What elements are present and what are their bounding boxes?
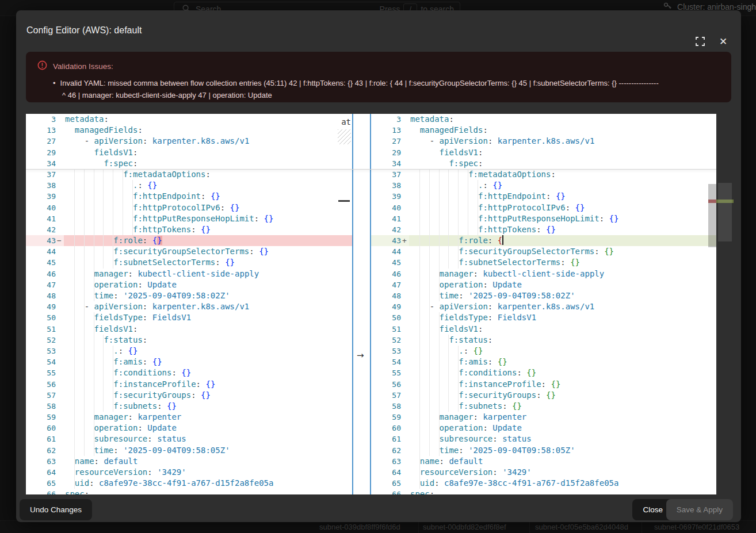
modal-scrollbar-thumb[interactable] xyxy=(718,183,732,241)
sticky-context-line[interactable]: 3metadata: xyxy=(371,114,716,125)
code-line[interactable]: 37f:metadataOptions: xyxy=(371,169,716,180)
code-line[interactable]: 51fieldsV1: xyxy=(26,324,352,335)
line-number: 66 xyxy=(371,489,401,494)
code-line[interactable]: 46manager: kubectl-client-side-apply xyxy=(371,269,716,279)
code-line[interactable]: 59manager: karpenter xyxy=(371,412,716,423)
sticky-context-line[interactable]: 13 managedFields: xyxy=(371,125,716,136)
diff-mark xyxy=(401,279,409,290)
code-line[interactable]: 54f:amis: {} xyxy=(371,356,716,367)
save-apply-button[interactable]: Save & Apply xyxy=(666,499,733,520)
code-line[interactable]: 59manager: karpenter xyxy=(26,412,352,423)
code-line[interactable]: 63name: default xyxy=(26,456,352,467)
code-line[interactable]: 46manager: kubectl-client-side-apply xyxy=(26,269,352,279)
diff-mark xyxy=(401,290,409,301)
code-line[interactable]: 42f:httpTokens: {} xyxy=(26,224,352,235)
editor-scrollbar-thumb[interactable] xyxy=(708,184,716,247)
line-number: 41 xyxy=(26,213,56,224)
code-line[interactable]: 38.: {} xyxy=(371,180,716,191)
code-line[interactable]: 66spec: xyxy=(26,489,352,494)
code-line[interactable]: 49- apiVersion: karpenter.k8s.aws/v1 xyxy=(26,301,352,312)
code-line[interactable]: 39f:httpEndpoint: {} xyxy=(371,191,716,202)
sticky-context-line[interactable]: 27 - apiVersion: karpenter.k8s.aws/v1 xyxy=(26,136,352,147)
code-line[interactable]: 61subresource: status xyxy=(371,434,716,444)
line-number: 46 xyxy=(371,269,401,279)
code-line[interactable]: 62time: '2025-09-04T09:58:05Z' xyxy=(26,445,352,456)
code-line[interactable]: 48time: '2025-09-04T09:58:02Z' xyxy=(371,290,716,301)
code-line[interactable]: 57f:securityGroups: {} xyxy=(26,390,352,401)
diff-mark xyxy=(401,356,409,367)
code-line[interactable]: 45f:subnetSelectorTerms: {} xyxy=(371,257,716,268)
line-number: 42 xyxy=(26,224,56,235)
code-line[interactable]: 45f:subnetSelectorTerms: {} xyxy=(26,257,352,268)
revert-change-arrow-button[interactable]: → xyxy=(357,350,364,361)
original-editor-pane[interactable]: 3metadata:13 managedFields:27 - apiVersi… xyxy=(26,114,352,494)
diff-mark xyxy=(401,312,409,323)
diff-mark xyxy=(401,335,409,346)
code-line[interactable]: 52f:status: xyxy=(371,335,716,346)
code-line[interactable]: 53.: {} xyxy=(371,346,716,356)
sticky-context-line[interactable]: 13 managedFields: xyxy=(26,125,352,136)
code-line[interactable]: 47operation: Update xyxy=(371,279,716,290)
code-line[interactable]: 56f:instanceProfile: {} xyxy=(26,379,352,390)
code-line[interactable]: 37f:metadataOptions: xyxy=(26,169,352,180)
code-line[interactable]: 53.: {} xyxy=(26,346,352,356)
code-line[interactable]: 55f:conditions: {} xyxy=(26,367,352,378)
code-line[interactable]: 38.: {} xyxy=(26,180,352,191)
code-line[interactable]: 55f:conditions: {} xyxy=(371,367,716,378)
code-line[interactable]: 40f:httpProtocolIPv6: {} xyxy=(371,202,716,213)
line-number: 37 xyxy=(26,169,56,180)
clipped-text-fragment: at xyxy=(341,117,351,126)
code-line[interactable]: 66spec: xyxy=(371,489,716,494)
line-number: 34 xyxy=(371,158,401,169)
code-line[interactable]: 51fieldsV1: xyxy=(371,324,716,335)
code-line[interactable]: 44f:securityGroupSelectorTerms: {} xyxy=(26,246,352,257)
code-line[interactable]: 65uid: c8afe97e-38cc-4f91-a767-d15f2a8fe… xyxy=(371,478,716,489)
code-line[interactable]: 60operation: Update xyxy=(26,423,352,434)
code-line[interactable]: 60operation: Update xyxy=(371,423,716,434)
sticky-context-line[interactable]: 29 fieldsV1: xyxy=(371,147,716,158)
code-line[interactable]: 50fieldsType: FieldsV1 xyxy=(26,312,352,323)
editor-scrollbar[interactable] xyxy=(708,114,716,494)
code-line[interactable]: 39f:httpEndpoint: {} xyxy=(26,191,352,202)
code-line[interactable]: 49- apiVersion: karpenter.k8s.aws/v1 xyxy=(371,301,716,312)
modified-editor-pane[interactable]: 3metadata:13 managedFields:27 - apiVersi… xyxy=(371,114,716,494)
diff-mark xyxy=(401,412,409,423)
sticky-context-line[interactable]: 3metadata: xyxy=(26,114,352,125)
code-line[interactable]: 50fieldsType: FieldsV1 xyxy=(371,312,716,323)
code-line[interactable]: 47operation: Update xyxy=(26,279,352,290)
code-line[interactable]: 41f:httpPutResponseHopLimit: {} xyxy=(26,213,352,224)
code-line[interactable]: 58f:subnets: {} xyxy=(371,401,716,412)
diff-mark xyxy=(56,136,64,147)
sticky-context-line[interactable]: 27 - apiVersion: karpenter.k8s.aws/v1 xyxy=(371,136,716,147)
code-line[interactable]: 61subresource: status xyxy=(26,434,352,444)
code-line[interactable]: 43+f:role: { xyxy=(371,235,716,246)
line-number: 42 xyxy=(371,224,401,235)
code-line[interactable]: 63name: default xyxy=(371,456,716,467)
code-line[interactable]: 40f:httpProtocolIPv6: {} xyxy=(26,202,352,213)
code-line[interactable]: 56f:instanceProfile: {} xyxy=(371,379,716,390)
line-number: 38 xyxy=(371,180,401,191)
code-line[interactable]: 44f:securityGroupSelectorTerms: {} xyxy=(371,246,716,257)
code-line[interactable]: 57f:securityGroups: {} xyxy=(371,390,716,401)
code-line[interactable]: 54f:amis: {} xyxy=(26,356,352,367)
code-line[interactable]: 64resourceVersion: '3429' xyxy=(26,467,352,478)
diff-mark xyxy=(56,489,64,494)
code-line[interactable]: 43−f:role: {} xyxy=(26,235,352,246)
line-number: 51 xyxy=(26,324,56,335)
code-line[interactable]: 62time: '2025-09-04T09:58:05Z' xyxy=(371,445,716,456)
code-line[interactable]: 42f:httpTokens: {} xyxy=(371,224,716,235)
close-icon[interactable]: ✕ xyxy=(717,36,729,47)
code-line[interactable]: 48time: '2025-09-04T09:58:02Z' xyxy=(26,290,352,301)
config-editor-modal: Config Editor (AWS): default ✕ Validatio… xyxy=(16,10,741,522)
code-line[interactable]: 52f:status: xyxy=(26,335,352,346)
code-line[interactable]: 65uid: c8afe97e-38cc-4f91-a767-d15f2a8fe… xyxy=(26,478,352,489)
code-line[interactable]: 41f:httpPutResponseHopLimit: {} xyxy=(371,213,716,224)
sticky-context-line[interactable]: 34 f:spec: xyxy=(26,158,352,169)
code-line[interactable]: 64resourceVersion: '3429' xyxy=(371,467,716,478)
undo-changes-button[interactable]: Undo Changes xyxy=(20,499,92,520)
line-number: 47 xyxy=(371,279,401,290)
fullscreen-button[interactable] xyxy=(694,36,706,47)
code-line[interactable]: 58f:subnets: {} xyxy=(26,401,352,412)
sticky-context-line[interactable]: 29 fieldsV1: xyxy=(26,147,352,158)
sticky-context-line[interactable]: 34 f:spec: xyxy=(371,158,716,169)
